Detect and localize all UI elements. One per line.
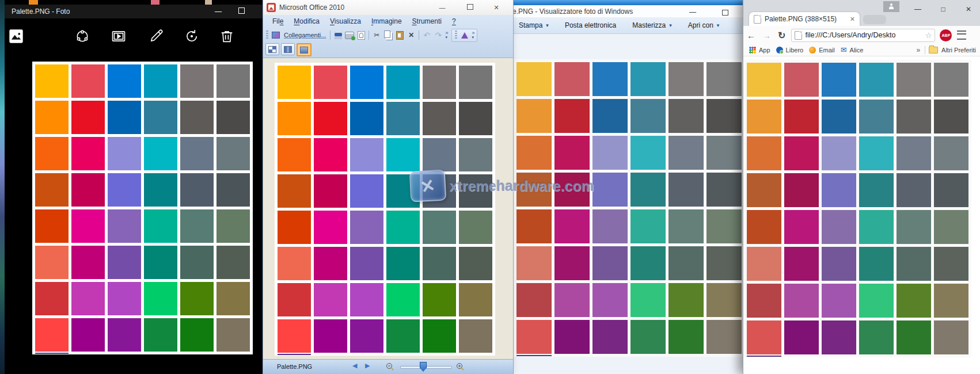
palette-swatch — [71, 318, 105, 352]
palette-swatch — [35, 318, 69, 352]
palette-swatch — [630, 209, 666, 243]
zoom-out-icon[interactable] — [385, 362, 394, 371]
palette-swatch — [386, 211, 420, 244]
palette-swatch — [630, 283, 666, 317]
rotate-icon[interactable] — [184, 28, 200, 44]
palette-swatch — [784, 136, 819, 170]
palette-swatch — [897, 320, 931, 354]
pv-toolbar-posta-elettronica[interactable]: Posta elettronica — [557, 20, 624, 31]
cut-icon[interactable]: ✂ — [371, 30, 382, 40]
single-image-view-button[interactable] — [297, 43, 312, 56]
delete-trash-icon[interactable] — [219, 28, 235, 44]
bookmark-star-icon[interactable]: ☆ — [925, 31, 932, 40]
toolbar-overflow-button[interactable]: » ▾ — [472, 31, 474, 39]
palette-swatch — [71, 173, 105, 207]
bookmark-alice[interactable]: ✉Alice — [841, 47, 864, 54]
pv-toolbar-masterizza[interactable]: Masterizza▾ — [624, 20, 680, 31]
palette-swatch — [71, 209, 105, 243]
palette-swatch — [934, 63, 968, 97]
slideshow-icon[interactable] — [111, 28, 127, 44]
minimize-button[interactable]: — — [210, 6, 227, 17]
palette-swatch — [516, 173, 552, 207]
palette-swatch — [784, 63, 819, 97]
address-bar[interactable]: file:///C:/Users/Andry/Deskto ☆ — [791, 29, 935, 42]
bookmark-items: AppLiberoEmail✉Alice — [743, 47, 863, 54]
print-icon[interactable] — [344, 30, 355, 40]
reload-icon[interactable]: ↻ — [778, 30, 785, 41]
paste-icon[interactable] — [394, 30, 405, 40]
palette-swatch — [423, 66, 456, 99]
maximize-button[interactable] — [716, 7, 734, 19]
palette-swatch — [71, 137, 105, 170]
delete-icon[interactable]: ✕ — [406, 30, 416, 40]
shortcuts-icon — [271, 30, 281, 40]
palette-swatch — [350, 138, 383, 171]
toolbar-overflow-button[interactable]: » ▾ — [445, 31, 448, 39]
menu-immagine[interactable]: Immagine — [367, 16, 407, 28]
see-all-photos-icon[interactable] — [8, 28, 24, 44]
minimize-button[interactable]: — — [435, 2, 450, 13]
thumbnail-view-button[interactable] — [265, 43, 279, 55]
palette-swatch — [668, 209, 704, 243]
office-status-bar: Palette.PNG ◀ ▶ — [263, 359, 513, 374]
filmstrip-view-button[interactable] — [281, 43, 295, 55]
palette-swatch — [423, 102, 456, 135]
browser-tab[interactable]: Palette.PNG (388×515) ✕ — [749, 12, 860, 26]
pv-toolbar-apri-con[interactable]: Apri con▾ — [680, 20, 728, 31]
redo-icon[interactable]: ↷ — [433, 30, 443, 40]
new-tab-button[interactable] — [863, 15, 886, 24]
zoom-in-icon[interactable] — [455, 362, 465, 371]
save-icon[interactable] — [333, 30, 343, 40]
palette-swatch — [71, 101, 105, 134]
adblock-plus-icon[interactable]: ABP — [940, 29, 952, 41]
menu-modifica[interactable]: Modifica — [289, 16, 324, 28]
palette-swatch — [630, 246, 666, 280]
menu-hamburger-icon[interactable] — [957, 30, 966, 40]
other-bookmarks-button[interactable]: Altri Preferiti — [941, 47, 976, 54]
palette-swatch — [278, 283, 311, 316]
toolbar-separator — [330, 30, 331, 40]
office-menu-bar: FileModificaVisualizzaImmagineStrumenti? — [268, 16, 461, 28]
desktop-edge-strip — [0, 0, 5, 374]
next-image-button[interactable]: ▶ — [365, 362, 370, 369]
menu-[interactable]: ? — [447, 16, 461, 28]
palette-swatch — [859, 284, 894, 318]
menu-visualizza[interactable]: Visualizza — [325, 16, 366, 28]
palette-swatch — [459, 247, 492, 280]
palette-swatch — [592, 320, 628, 354]
minimize-button[interactable]: — — [684, 6, 701, 18]
maximize-button[interactable]: □ — [936, 3, 951, 15]
previous-image-button[interactable]: ◀ — [352, 362, 357, 369]
minimize-button[interactable]: — — [910, 3, 925, 15]
palette-swatch — [554, 283, 590, 317]
palette-swatch — [859, 247, 894, 281]
edit-pencil-icon[interactable] — [148, 28, 164, 44]
palette-swatch — [516, 246, 552, 280]
tab-close-icon[interactable]: ✕ — [850, 16, 855, 23]
maximize-button[interactable] — [462, 2, 477, 13]
close-button[interactable]: ✕ — [961, 3, 976, 15]
close-button[interactable]: ✕ — [489, 2, 504, 13]
undo-icon[interactable]: ↶ — [421, 30, 432, 40]
single-image-view-icon — [301, 47, 307, 53]
copy-icon[interactable] — [383, 30, 393, 40]
edit-pictures-icon[interactable] — [459, 30, 470, 40]
bookmark-libero[interactable]: Libero — [776, 47, 804, 54]
shortcuts-button[interactable]: Collegamenti... — [284, 32, 326, 39]
maximize-button[interactable] — [233, 6, 250, 17]
profile-badge[interactable] — [883, 1, 899, 12]
filmstrip-view-icon — [284, 47, 291, 52]
dropdown-caret-icon: ▾ — [546, 22, 549, 28]
back-icon[interactable]: ← — [747, 30, 755, 40]
bookmarks-overflow-chevron[interactable]: » — [916, 46, 920, 54]
share-icon[interactable] — [74, 28, 90, 44]
menu-strumenti[interactable]: Strumenti — [408, 16, 446, 28]
bookmark-email[interactable]: Email — [809, 47, 835, 54]
pv-toolbar-stampa[interactable]: Stampa▾ — [511, 20, 557, 31]
zoom-slider-thumb[interactable] — [420, 362, 427, 372]
bookmark-app[interactable]: App — [749, 47, 770, 54]
palette-swatch — [934, 173, 968, 207]
mail-attachment-icon[interactable] — [356, 30, 366, 40]
menu-file[interactable]: File — [268, 16, 288, 28]
forward-icon[interactable]: → — [762, 30, 771, 40]
